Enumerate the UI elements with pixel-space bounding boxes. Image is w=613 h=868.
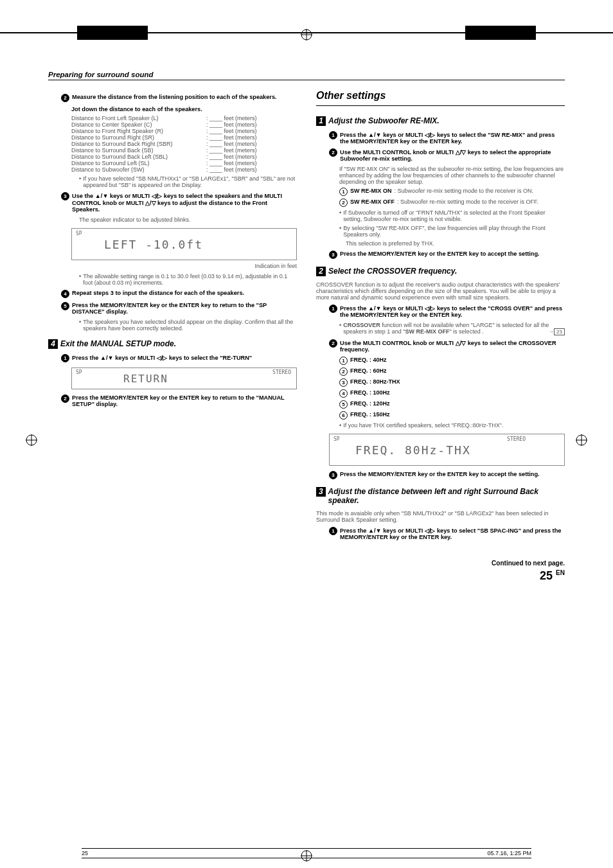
distance-table: Distance to Front Left Speaker (L)feet (… bbox=[71, 115, 297, 173]
option-number: 2 bbox=[339, 368, 348, 376]
step-text: Press the MEMORY/ENTER key or the ENTER … bbox=[340, 251, 565, 259]
freq-option: 3FREQ. : 80Hz-THX bbox=[339, 378, 565, 387]
major-step: 3Adjust the distance between left and ri… bbox=[316, 487, 565, 505]
step-number: 3 bbox=[329, 471, 337, 479]
major-step: 4Exit the MANUAL SETUP mode. bbox=[48, 339, 297, 349]
major-step: 1Adjust the Subwoofer RE-MIX. bbox=[316, 116, 565, 126]
step-text: Use the MULTI CONTROL knob or MULTI △/▽ … bbox=[340, 339, 565, 353]
major-step: 2Select the CROSSOVER frequency. bbox=[316, 267, 565, 276]
option-number: 1 bbox=[339, 357, 348, 365]
step-number: 2 bbox=[61, 394, 69, 403]
definition: : Subwoofer re-mix setting mode to the r… bbox=[397, 199, 538, 207]
option-number: 5 bbox=[339, 400, 348, 409]
crop-mark-icon bbox=[301, 29, 312, 40]
page-number: 25 EN bbox=[316, 569, 565, 583]
main-title: Other settings bbox=[316, 90, 565, 106]
step-number: 1 bbox=[329, 305, 337, 313]
step-number: 4 bbox=[61, 290, 69, 298]
bullet-text: If you have selected "SB NML/THXx1" or "… bbox=[83, 175, 297, 188]
left-column: 2Measure the distance from the listening… bbox=[48, 90, 297, 583]
bullet-text: The allowable setting range is 0.1 to 30… bbox=[83, 273, 297, 286]
step-number: 3 bbox=[329, 251, 337, 259]
step-text: Press the MEMORY/ENTER key or the ENTER … bbox=[340, 471, 565, 479]
section-header: Preparing for surround sound bbox=[48, 71, 565, 80]
note-text: If "SW RE-MIX ON" is selected as the sub… bbox=[339, 166, 565, 185]
distance-row: Distance to Surround Left (SL)feet (mete… bbox=[71, 160, 297, 166]
term: SW RE-MIX ON bbox=[350, 188, 392, 196]
step-text: Measure the distance from the listening … bbox=[72, 94, 297, 102]
step-text: Use the MULTI CONTROL knob or MULTI △/▽ … bbox=[340, 148, 565, 162]
step-number: 2 bbox=[61, 94, 69, 102]
caption: Indication in feet bbox=[61, 263, 297, 269]
intro-text: CROSSOVER function is to adjust the rece… bbox=[316, 281, 565, 301]
step-text: Press the MEMORY/ENTER key or the ENTER … bbox=[72, 302, 297, 315]
distance-row: Distance to Surround Back (SB)feet (mete… bbox=[71, 147, 297, 154]
freq-option: 4FREQ. : 100Hz bbox=[339, 389, 565, 398]
step-number: 3 bbox=[61, 192, 69, 200]
step-text: Repeat steps 3 to input the distance for… bbox=[72, 290, 297, 298]
definition: : Subwoofer re-mix setting mode to the r… bbox=[395, 188, 534, 196]
jot-heading: Jot down the distance to each of the spe… bbox=[71, 106, 297, 112]
step-text: Press the ▲/▼ keys or MULTI ◁/▷ keys to … bbox=[340, 131, 565, 145]
bullet-text: The speakers you have selected should ap… bbox=[83, 319, 297, 332]
step-number: 1 bbox=[329, 527, 337, 535]
distance-row: Distance to Subwoofer (SW)feet (meters) bbox=[71, 166, 297, 173]
note-text: This selection is preferred by THX. bbox=[346, 240, 565, 247]
footer-page: 25 bbox=[82, 850, 88, 856]
distance-row: Distance to Front Right Speaker (R)feet … bbox=[71, 128, 297, 134]
step-text: Press the ▲/▼ keys or MULTI ◁/▷ keys to … bbox=[340, 527, 565, 540]
crop-mark-icon bbox=[26, 434, 37, 446]
freq-option: 1FREQ. : 40Hz bbox=[339, 357, 565, 365]
step-number: 2 bbox=[329, 148, 337, 157]
distance-row: Distance to Surround Back Right (SBR)fee… bbox=[71, 141, 297, 147]
footer: 25 05.7.16, 1:25 PM bbox=[82, 848, 531, 858]
lcd-display: SP STEREO RETURN bbox=[71, 368, 297, 389]
distance-row: Distance to Surround Right (SR)feet (met… bbox=[71, 134, 297, 141]
step-text: Use the ▲/▼ keys or MULTI ◁/▷ keys to se… bbox=[72, 192, 297, 213]
continued-text: Continued to next page. bbox=[316, 560, 565, 567]
bullet-text: By selecting "SW RE-MIX OFF", the low fr… bbox=[343, 225, 565, 238]
step-text: Press the MEMORY/ENTER key or the ENTER … bbox=[72, 394, 297, 407]
step-number: 1 bbox=[329, 131, 337, 139]
bullet-text: If Subwoofer is turned off or "FRNT NML/… bbox=[343, 209, 565, 222]
step-number: 5 bbox=[61, 302, 69, 310]
footer-date: 05.7.16, 1:25 PM bbox=[487, 850, 531, 856]
step-number: 2 bbox=[329, 339, 337, 348]
lcd-display: SP STEREO FREQ. 80Hz-THX bbox=[329, 434, 565, 466]
freq-option: 2FREQ. : 60Hz bbox=[339, 368, 565, 376]
option-number: 2 bbox=[339, 199, 348, 207]
freq-option: 6FREQ. : 150Hz bbox=[339, 411, 565, 420]
crop-mark-icon bbox=[576, 434, 587, 446]
bullet-text: If you have THX certified speakers, sele… bbox=[343, 422, 503, 429]
step-text: Press the ▲/▼ keys or MULTI ◁/▷ keys to … bbox=[340, 305, 565, 318]
distance-row: Distance to Center Speaker (C)feet (mete… bbox=[71, 121, 297, 128]
right-column: Other settings 1Adjust the Subwoofer RE-… bbox=[316, 90, 565, 583]
option-number: 1 bbox=[339, 188, 348, 196]
bullet-text: CROSSOVER function will not be available… bbox=[343, 322, 565, 335]
option-number: 3 bbox=[339, 378, 348, 387]
page-link: 23 bbox=[554, 328, 565, 335]
step-number: 1 bbox=[61, 354, 69, 362]
note-text: The speaker indicator to be adjusted bli… bbox=[79, 217, 297, 223]
term: SW RE-MIX OFF bbox=[350, 199, 395, 207]
intro-text: This mode is avaiable only when "SB NML/… bbox=[316, 510, 565, 523]
option-number: 4 bbox=[339, 389, 348, 398]
lcd-display: SP LEFT -10.0ft bbox=[71, 228, 297, 260]
step-text: Press the ▲/▼ keys or MULTI ◁/▷ keys to … bbox=[72, 354, 297, 362]
freq-option: 5FREQ. : 120Hz bbox=[339, 400, 565, 409]
option-number: 6 bbox=[339, 411, 348, 420]
distance-row: Distance to Front Left Speaker (L)feet (… bbox=[71, 115, 297, 121]
distance-row: Distance to Surround Back Left (SBL)feet… bbox=[71, 154, 297, 160]
